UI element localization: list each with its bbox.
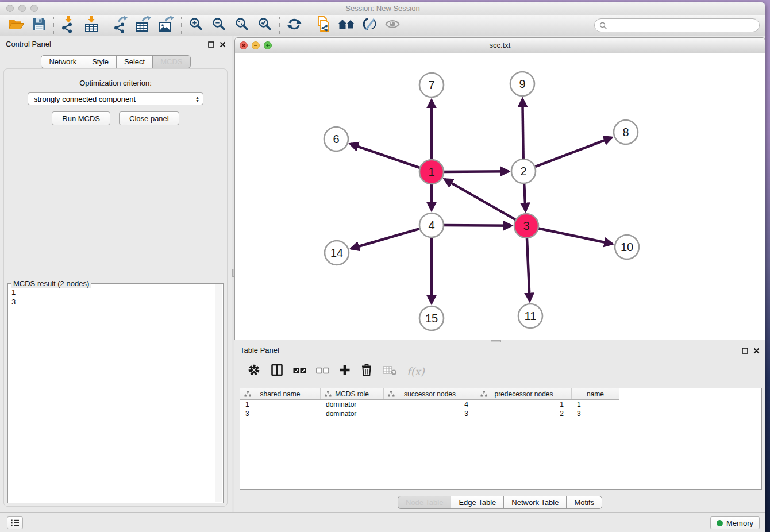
column-header-predecessor-nodes[interactable]: predecessor nodes <box>476 388 572 399</box>
new-network-from-selection-button[interactable] <box>312 16 335 35</box>
search-field[interactable] <box>594 18 760 32</box>
column-header-successor-nodes[interactable]: successor nodes <box>384 388 476 399</box>
show-hide-details-button[interactable] <box>358 16 381 35</box>
criterion-dropdown[interactable]: strongly connected component ▲▼ <box>28 92 203 105</box>
task-history-button[interactable] <box>7 516 23 529</box>
graph-node-3[interactable]: 3 <box>514 214 538 238</box>
import-table-button[interactable] <box>80 16 103 35</box>
table-row[interactable]: 1dominator411 <box>240 400 761 409</box>
minimize-window-icon[interactable] <box>18 5 26 12</box>
minimize-network-icon[interactable] <box>252 41 260 49</box>
export-image-button[interactable] <box>155 16 178 35</box>
graph-edge-1-6[interactable] <box>351 144 421 168</box>
export-table-icon <box>134 16 153 35</box>
table-cell[interactable]: 3 <box>240 409 321 418</box>
table-cell[interactable]: 1 <box>572 400 619 409</box>
graph-node-8[interactable]: 8 <box>614 120 638 144</box>
add-column-icon[interactable] <box>339 364 351 378</box>
close-window-icon[interactable] <box>6 5 14 12</box>
close-panel-button[interactable]: Close panel <box>119 111 179 125</box>
graph-node-7[interactable]: 7 <box>419 73 444 97</box>
table-cell[interactable]: dominator <box>321 400 384 409</box>
import-network-icon <box>60 16 77 35</box>
export-network-button[interactable] <box>109 16 132 35</box>
gear-icon[interactable] <box>247 363 261 379</box>
run-mcds-button[interactable]: Run MCDS <box>52 111 110 125</box>
tab-mcds[interactable]: MCDS <box>152 55 190 68</box>
eye-icon <box>384 18 401 33</box>
table-cell[interactable]: 3 <box>384 409 476 418</box>
svg-text:10: 10 <box>621 241 633 253</box>
table-cell[interactable]: 1 <box>240 400 321 409</box>
close-panel-icon[interactable] <box>220 40 226 50</box>
graph-edge-2-3[interactable] <box>524 182 526 211</box>
float-panel-icon[interactable] <box>742 346 748 356</box>
float-panel-icon[interactable] <box>208 40 214 50</box>
graph-node-15[interactable]: 15 <box>419 306 444 330</box>
zoom-selected-button[interactable] <box>253 16 276 35</box>
tab-edge-table[interactable]: Edge Table <box>451 496 504 509</box>
memory-button[interactable]: Memory <box>710 516 760 529</box>
table-row[interactable]: 3dominator323 <box>240 409 761 418</box>
column-header-MCDS-role[interactable]: MCDS role <box>321 388 384 399</box>
tab-network-table[interactable]: Network Table <box>503 496 567 509</box>
tab-select[interactable]: Select <box>116 55 153 68</box>
apply-layout-button[interactable] <box>283 16 306 35</box>
graph-node-1[interactable]: 1 <box>419 160 444 184</box>
graph-svg[interactable]: 7968124314101511 <box>235 53 765 340</box>
delete-table-icon <box>383 365 397 378</box>
zoom-network-icon[interactable] <box>264 41 272 49</box>
zoom-out-button[interactable] <box>207 16 230 35</box>
close-network-icon[interactable] <box>240 41 248 49</box>
export-table-button[interactable] <box>132 16 155 35</box>
select-all-checkboxes-icon[interactable] <box>293 366 306 376</box>
graph-edge-4-3[interactable] <box>442 225 511 226</box>
close-panel-icon[interactable] <box>753 346 760 356</box>
graph-edge-4-14[interactable] <box>351 228 421 248</box>
tab-motifs[interactable]: Motifs <box>566 496 602 509</box>
tab-network[interactable]: Network <box>41 55 84 68</box>
delete-column-icon[interactable] <box>360 363 373 379</box>
fit-content-button[interactable] <box>230 16 253 35</box>
column-header-shared-name[interactable]: shared name <box>240 388 321 399</box>
graph-node-6[interactable]: 6 <box>324 127 348 151</box>
deselect-all-checkboxes-icon[interactable] <box>316 366 329 376</box>
maximize-window-icon[interactable] <box>30 5 38 12</box>
show-all-button[interactable] <box>381 16 404 35</box>
open-session-button[interactable] <box>5 16 28 35</box>
graph-edge-1-2[interactable] <box>442 171 509 172</box>
import-network-button[interactable] <box>57 16 80 35</box>
first-neighbors-button[interactable] <box>335 16 358 35</box>
graph-node-2[interactable]: 2 <box>511 159 536 183</box>
zoom-in-button[interactable] <box>184 16 207 35</box>
graph-edge-2-9[interactable] <box>522 99 523 160</box>
node-table[interactable]: shared nameMCDS rolesuccessor nodesprede… <box>240 388 762 490</box>
graph-edge-3-10[interactable] <box>537 228 613 244</box>
network-canvas[interactable]: 7968124314101511 <box>235 53 765 340</box>
graph-edge-2-8[interactable] <box>534 137 612 167</box>
columns-icon[interactable] <box>271 364 283 379</box>
graph-node-14[interactable]: 14 <box>325 241 349 265</box>
search-input[interactable] <box>610 20 756 32</box>
table-cell[interactable]: 3 <box>572 409 619 418</box>
list-icon <box>10 519 20 527</box>
table-cell[interactable]: 2 <box>476 409 572 418</box>
double-house-icon <box>337 17 356 33</box>
result-scrollbar[interactable] <box>215 284 222 502</box>
column-header-name[interactable]: name <box>572 388 619 399</box>
graph-edge-3-11[interactable] <box>527 237 530 301</box>
save-session-button[interactable] <box>28 16 51 35</box>
open-folder-icon <box>7 17 25 34</box>
network-view-window: scc.txt 7968124314101511 <box>234 37 765 340</box>
table-cell[interactable]: 1 <box>476 400 572 409</box>
tab-node-table[interactable]: Node Table <box>398 496 452 509</box>
table-cell[interactable]: dominator <box>321 409 384 418</box>
network-window-titlebar[interactable]: scc.txt <box>235 38 765 53</box>
graph-node-4[interactable]: 4 <box>419 213 444 237</box>
table-cell[interactable]: 4 <box>384 400 476 409</box>
graph-node-10[interactable]: 10 <box>615 235 639 259</box>
tab-style[interactable]: Style <box>84 55 117 68</box>
graph-node-9[interactable]: 9 <box>510 72 534 96</box>
graph-node-11[interactable]: 11 <box>518 304 542 328</box>
graph-edge-3-1[interactable] <box>445 179 517 221</box>
